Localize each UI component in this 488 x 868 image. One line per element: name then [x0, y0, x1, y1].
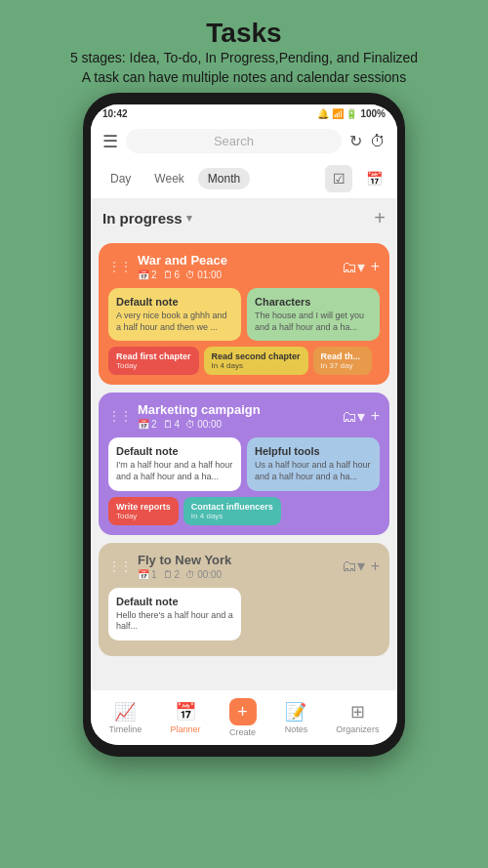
page-subtitle: 5 stages: Idea, To-do, In Progress,Pendi… [20, 49, 468, 87]
phone-screen: 10:42 🔔 📶 🔋 100% ☰ Search ↻ ⏱ Day Week M… [91, 104, 397, 745]
notes-grid-marketing: Default note I'm a half hour and a half … [108, 437, 380, 490]
tab-day[interactable]: Day [101, 168, 141, 189]
task-add-icon[interactable]: + [371, 258, 380, 275]
session-read-second[interactable]: Read second chapter In 4 days [204, 347, 308, 375]
task-card-war-and-peace: ⋮⋮ War and Peace 📅 2 🗒 6 ⏱ 01:00 🗂▾ [99, 243, 389, 385]
task-meta-war-peace: 📅 2 🗒 6 ⏱ 01:00 [138, 269, 227, 280]
planner-icon: 📅 [175, 701, 196, 723]
app-header: ☰ Search ↻ ⏱ [91, 123, 397, 159]
task-card-header-fly: ⋮⋮ Fly to New York 📅 1 🗒 2 ⏱ 00:00 🗂▾ [108, 553, 380, 580]
section-add-button[interactable]: + [374, 207, 386, 229]
session-write-reports[interactable]: Write reports Today [108, 497, 179, 525]
calendar-icon-btn[interactable]: 📅 [360, 165, 387, 192]
task-card-marketing: ⋮⋮ Marketing campaign 📅 2 🗒 4 ⏱ 00:00 🗂▾ [99, 393, 389, 534]
task-copy-icon[interactable]: 🗂▾ [342, 258, 365, 276]
nav-create[interactable]: + Create [224, 696, 263, 739]
task-meta-fly: 📅 1 🗒 2 ⏱ 00:00 [138, 569, 231, 580]
task-card-actions: 🗂▾ + [342, 258, 380, 276]
timeline-icon: 📈 [114, 701, 136, 723]
session-read-third[interactable]: Read th... In 37 day [313, 347, 372, 375]
sessions-row-marketing: Write reports Today Contact influencers … [108, 497, 380, 525]
phone-frame: 10:42 🔔 📶 🔋 100% ☰ Search ↻ ⏱ Day Week M… [83, 93, 405, 757]
note-card-default-marketing[interactable]: Default note I'm a half hour and a half … [108, 437, 241, 490]
nav-organizers[interactable]: ⊞ Organizers [330, 699, 385, 736]
task-card-fly-new-york: ⋮⋮ Fly to New York 📅 1 🗒 2 ⏱ 00:00 🗂▾ [99, 543, 389, 656]
drag-handle-fly[interactable]: ⋮⋮ [108, 559, 132, 573]
status-bar: 10:42 🔔 📶 🔋 100% [91, 104, 397, 123]
session-read-first[interactable]: Read first chapter Today [108, 347, 199, 375]
status-battery: 100% [360, 108, 386, 119]
status-icons: 🔔 📶 🔋 [317, 108, 358, 119]
task-add-icon-marketing[interactable]: + [371, 407, 380, 425]
section-chevron: ▾ [186, 212, 192, 225]
task-card-header: ⋮⋮ War and Peace 📅 2 🗒 6 ⏱ 01:00 🗂▾ [108, 253, 380, 280]
page-title: Tasks [20, 18, 468, 49]
organizers-icon: ⊞ [350, 701, 365, 723]
notes-icon: 📝 [285, 701, 306, 723]
content-scroll: ⋮⋮ War and Peace 📅 2 🗒 6 ⏱ 01:00 🗂▾ [91, 237, 397, 689]
tab-week[interactable]: Week [144, 168, 193, 189]
task-card-actions-fly: 🗂▾ + [342, 557, 380, 575]
note-card-fly-default[interactable]: Default note Hello there's a half hour a… [108, 588, 241, 641]
task-card-actions-marketing: 🗂▾ + [342, 407, 380, 426]
refresh-icon[interactable]: ↻ [349, 132, 362, 150]
task-add-icon-fly[interactable]: + [371, 558, 380, 575]
nav-timeline[interactable]: 📈 Timeline [103, 699, 148, 736]
create-icon: + [229, 698, 257, 725]
status-time: 10:42 [102, 108, 128, 119]
hamburger-icon[interactable]: ☰ [102, 131, 118, 152]
task-title-war-peace: War and Peace [138, 253, 227, 268]
task-title-marketing: Marketing campaign [138, 402, 261, 417]
bottom-nav: 📈 Timeline 📅 Planner + Create 📝 Notes ⊞ … [91, 689, 397, 745]
notes-grid-fly: Default note Hello there's a half hour a… [108, 588, 380, 641]
timer-icon[interactable]: ⏱ [370, 133, 386, 150]
task-title-fly: Fly to New York [138, 553, 231, 567]
session-contact-influencers[interactable]: Contact influencers In 4 days [183, 497, 281, 525]
nav-notes[interactable]: 📝 Notes [279, 699, 314, 736]
tab-icons: ☑ 📅 [325, 165, 387, 192]
note-card-helpful[interactable]: Helpful tools Us a half hour and a half … [247, 437, 380, 490]
note-card-default[interactable]: Default note A very nice book a ghhh and… [108, 288, 241, 341]
section-title[interactable]: In progress ▾ [102, 210, 192, 227]
task-copy-icon-marketing[interactable]: 🗂▾ [342, 407, 365, 426]
task-card-header-marketing: ⋮⋮ Marketing campaign 📅 2 🗒 4 ⏱ 00:00 🗂▾ [108, 402, 380, 430]
checklist-icon-btn[interactable]: ☑ [325, 165, 352, 192]
drag-handle-marketing[interactable]: ⋮⋮ [108, 409, 132, 423]
status-right: 🔔 📶 🔋 100% [317, 108, 386, 119]
page-header: Tasks 5 stages: Idea, To-do, In Progress… [0, 0, 488, 95]
task-copy-icon-fly[interactable]: 🗂▾ [342, 557, 365, 575]
task-meta-marketing: 📅 2 🗒 4 ⏱ 00:00 [138, 419, 261, 430]
header-icons: ↻ ⏱ [349, 132, 386, 150]
tab-bar: Day Week Month ☑ 📅 [91, 159, 397, 199]
note-card-characters[interactable]: Characters The house and I will get you … [247, 288, 380, 341]
tab-month[interactable]: Month [198, 168, 250, 189]
drag-handle[interactable]: ⋮⋮ [108, 260, 132, 273]
search-bar[interactable]: Search [126, 129, 342, 153]
sessions-row-war-peace: Read first chapter Today Read second cha… [108, 347, 380, 375]
notes-grid-war-peace: Default note A very nice book a ghhh and… [108, 288, 380, 341]
section-header: In progress ▾ + [91, 199, 397, 237]
nav-planner[interactable]: 📅 Planner [164, 699, 206, 736]
